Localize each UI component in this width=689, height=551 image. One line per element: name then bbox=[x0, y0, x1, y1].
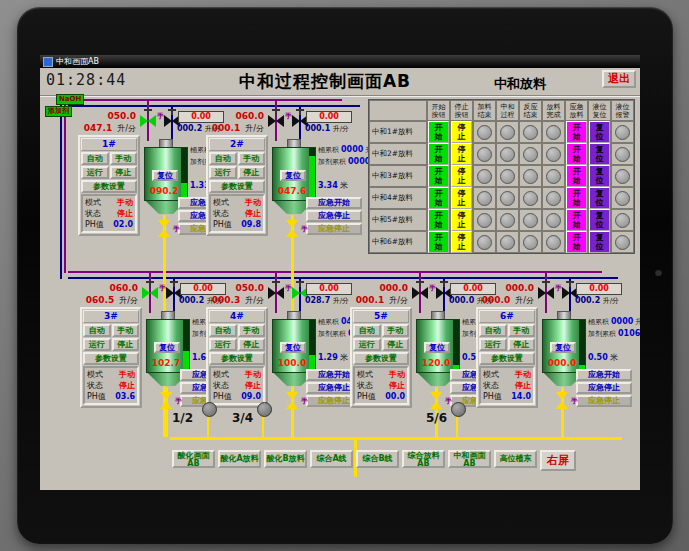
inlet-flow-readout: 050.0 000.3 升/分 bbox=[206, 283, 264, 306]
tank-reset-button[interactable]: 复位 bbox=[280, 342, 306, 353]
run-button[interactable]: 运行 bbox=[209, 338, 237, 351]
manual-button[interactable]: 手动 bbox=[382, 324, 410, 337]
inlet-valve-1[interactable] bbox=[412, 287, 428, 299]
inlet-valve-1[interactable] bbox=[538, 287, 554, 299]
emergency-discharge-button[interactable]: 开始 bbox=[566, 165, 587, 187]
auto-button[interactable]: 自动 bbox=[209, 324, 237, 337]
stop-button[interactable]: 停止 bbox=[451, 121, 472, 143]
nav-button-2[interactable]: 酸化A放料 bbox=[218, 450, 261, 468]
start-button[interactable]: 开始 bbox=[428, 121, 449, 143]
auto-button[interactable]: 自动 bbox=[81, 152, 109, 165]
params-button[interactable]: 参数设置 bbox=[209, 352, 265, 365]
stop-button[interactable]: 停止 bbox=[238, 338, 266, 351]
emergency-discharge-button[interactable]: 开始 bbox=[566, 209, 587, 231]
run-button[interactable]: 运行 bbox=[353, 338, 381, 351]
emergency-discharge-button[interactable]: 开始 bbox=[566, 143, 587, 165]
emergency-discharge-button[interactable]: 开始 bbox=[566, 187, 587, 209]
inlet-valve-1[interactable] bbox=[268, 287, 284, 299]
emergency-stop-button[interactable]: 应急停止 bbox=[306, 210, 362, 222]
nav-button-8[interactable]: 高位槽东 bbox=[494, 450, 537, 468]
nav-button-1[interactable]: 酸化画面AB bbox=[172, 450, 215, 468]
emergency-stop-disabled-button[interactable]: 应急停止 bbox=[306, 223, 362, 235]
tank-reset-button[interactable]: 复位 bbox=[154, 342, 180, 353]
inlet-valve-1[interactable] bbox=[142, 287, 158, 299]
run-button[interactable]: 运行 bbox=[81, 166, 109, 179]
tank-reset-button[interactable]: 复位 bbox=[280, 170, 306, 181]
params-button[interactable]: 参数设置 bbox=[479, 352, 535, 365]
run-button[interactable]: 运行 bbox=[83, 338, 111, 351]
inlet-valve-1[interactable] bbox=[268, 115, 284, 127]
level-value: 1.29 bbox=[318, 353, 338, 362]
flow-setpoint: 060.0 bbox=[80, 283, 138, 293]
params-button[interactable]: 参数设置 bbox=[81, 180, 137, 193]
emergency-discharge-button[interactable]: 开始 bbox=[566, 231, 587, 253]
right-screen-button[interactable]: 右屏 bbox=[540, 450, 576, 471]
neutralize-process-indicator bbox=[500, 213, 515, 228]
discharge-valve[interactable] bbox=[556, 392, 568, 409]
emergency-discharge-button[interactable]: 开始 bbox=[566, 121, 587, 143]
state-label: 状态 bbox=[357, 380, 373, 391]
emergency-start-button[interactable]: 应急开始 bbox=[576, 369, 632, 381]
run-button[interactable]: 运行 bbox=[209, 166, 237, 179]
auto-button[interactable]: 自动 bbox=[479, 324, 507, 337]
discharge-valve[interactable] bbox=[160, 392, 172, 409]
level-reset-button[interactable]: 复位 bbox=[589, 231, 610, 253]
discharge-valve[interactable] bbox=[286, 392, 298, 409]
nav-button-4[interactable]: 综合A线 bbox=[310, 450, 353, 468]
stop-button[interactable]: 停止 bbox=[238, 166, 266, 179]
stop-button[interactable]: 停止 bbox=[451, 231, 472, 253]
manual-button[interactable]: 手动 bbox=[112, 324, 140, 337]
auto-button[interactable]: 自动 bbox=[353, 324, 381, 337]
start-button[interactable]: 开始 bbox=[428, 143, 449, 165]
auto-button[interactable]: 自动 bbox=[83, 324, 111, 337]
level-reset-button[interactable]: 复位 bbox=[589, 165, 610, 187]
discharge-valve[interactable] bbox=[430, 392, 442, 409]
nav-button-7[interactable]: 中和画面AB bbox=[448, 450, 491, 468]
stop-button[interactable]: 停止 bbox=[508, 338, 536, 351]
nav-button-6[interactable]: 综合放料AB bbox=[402, 450, 445, 468]
stop-button[interactable]: 停止 bbox=[382, 338, 410, 351]
stop-button[interactable]: 停止 bbox=[451, 187, 472, 209]
start-button[interactable]: 开始 bbox=[428, 209, 449, 231]
tank-reset-button[interactable]: 复位 bbox=[550, 342, 576, 353]
auto-button[interactable]: 自动 bbox=[209, 152, 237, 165]
emergency-stop-button[interactable]: 应急停止 bbox=[576, 382, 632, 394]
stop-button[interactable]: 停止 bbox=[112, 338, 140, 351]
discharge-valve[interactable] bbox=[286, 220, 298, 237]
mode-value: 手动 bbox=[245, 369, 261, 380]
tank-reset-button[interactable]: 复位 bbox=[152, 170, 178, 181]
params-button[interactable]: 参数设置 bbox=[83, 352, 139, 365]
manual-button[interactable]: 手动 bbox=[110, 152, 138, 165]
stop-button[interactable]: 停止 bbox=[110, 166, 138, 179]
params-button[interactable]: 参数设置 bbox=[209, 180, 265, 193]
manual-tag: 手 bbox=[301, 396, 308, 406]
table-row: 中和1#放料 开始 停止 开始 复位 bbox=[369, 121, 634, 143]
manual-button[interactable]: 手动 bbox=[238, 152, 266, 165]
drum-total-value: 0000 bbox=[341, 144, 363, 155]
window-titlebar[interactable]: 中和画面AB bbox=[40, 55, 640, 68]
tank-reset-button[interactable]: 复位 bbox=[424, 342, 450, 353]
nav-button-3[interactable]: 酸化B放料 bbox=[264, 450, 307, 468]
reactor-unit: 000.0 000.0 升/分 手 0.00 000.2 升/分 6# 自动 手… bbox=[476, 283, 636, 413]
level-reset-button[interactable]: 复位 bbox=[589, 143, 610, 165]
level-reset-button[interactable]: 复位 bbox=[589, 121, 610, 143]
emergency-start-button[interactable]: 应急开始 bbox=[306, 197, 362, 209]
nav-button-5[interactable]: 综合B线 bbox=[356, 450, 399, 468]
manual-button[interactable]: 手动 bbox=[508, 324, 536, 337]
params-button[interactable]: 参数设置 bbox=[353, 352, 409, 365]
start-button[interactable]: 开始 bbox=[428, 165, 449, 187]
emergency-stop-disabled-button[interactable]: 应急停止 bbox=[576, 395, 632, 407]
exit-button[interactable]: 退出 bbox=[602, 70, 636, 88]
state-label: 状态 bbox=[483, 380, 499, 391]
stop-button[interactable]: 停止 bbox=[451, 209, 472, 231]
inlet-valve-1[interactable] bbox=[140, 115, 156, 127]
discharge-valve[interactable] bbox=[158, 220, 170, 237]
manual-button[interactable]: 手动 bbox=[238, 324, 266, 337]
stop-button[interactable]: 停止 bbox=[451, 143, 472, 165]
start-button[interactable]: 开始 bbox=[428, 187, 449, 209]
level-reset-button[interactable]: 复位 bbox=[589, 187, 610, 209]
level-reset-button[interactable]: 复位 bbox=[589, 209, 610, 231]
run-button[interactable]: 运行 bbox=[479, 338, 507, 351]
stop-button[interactable]: 停止 bbox=[451, 165, 472, 187]
start-button[interactable]: 开始 bbox=[428, 231, 449, 253]
